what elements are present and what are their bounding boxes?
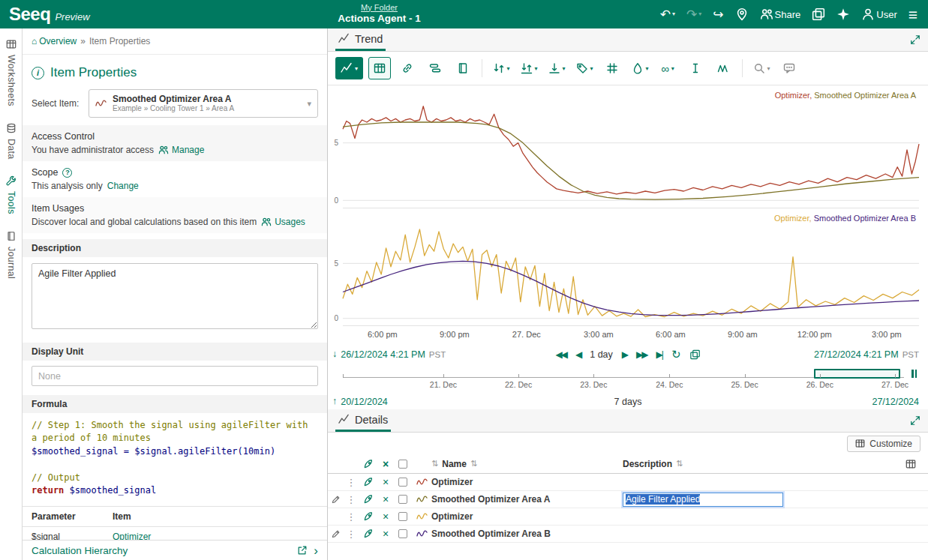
expand-details-button[interactable] bbox=[910, 415, 920, 426]
reorder-icon[interactable]: ⇅ bbox=[431, 459, 438, 469]
sort-icon[interactable]: ⇅ bbox=[676, 459, 683, 469]
main-menu-button[interactable]: ≡ bbox=[908, 7, 917, 22]
row-menu-button[interactable]: ⋮ bbox=[343, 529, 359, 540]
row-checkbox[interactable] bbox=[394, 478, 412, 487]
customize-button[interactable]: Customize bbox=[847, 436, 920, 452]
one-lane-button[interactable]: ▾ bbox=[490, 57, 512, 79]
item-name[interactable]: Optimizer bbox=[431, 511, 623, 522]
external-link-icon[interactable] bbox=[297, 545, 308, 556]
sidebar-item-worksheets[interactable]: Worksheets bbox=[6, 39, 17, 106]
capsule-time-button[interactable] bbox=[424, 57, 446, 79]
sidebar-item-journal[interactable]: Journal bbox=[6, 231, 17, 279]
description-textarea[interactable]: Agile Filter Applied bbox=[32, 263, 318, 329]
investigate-range-duration[interactable]: 7 days bbox=[614, 397, 642, 407]
range-start-arrow-icon[interactable]: ↓ bbox=[332, 349, 337, 359]
chain-view-button[interactable] bbox=[396, 57, 419, 79]
step-back-button[interactable]: ◀ bbox=[575, 349, 581, 360]
sort-icon[interactable]: ⇅ bbox=[470, 459, 477, 469]
legend-series-name[interactable]: Smoothed Optimizer Area B bbox=[814, 214, 916, 223]
timezone-label[interactable]: PST bbox=[902, 350, 919, 359]
select-all-checkbox[interactable] bbox=[394, 460, 412, 469]
one-axis-button[interactable]: ▾ bbox=[518, 57, 540, 79]
sidebar-item-tools[interactable]: Tools bbox=[6, 175, 17, 214]
details-row[interactable]: ⋮ × Optimizer bbox=[328, 508, 928, 526]
investigate-range-end[interactable]: 27/12/2024 bbox=[872, 397, 919, 407]
remove-all-button[interactable]: × bbox=[377, 458, 394, 470]
trend-chart-top[interactable]: 05 bbox=[343, 85, 919, 208]
row-checkbox[interactable] bbox=[394, 512, 412, 521]
investigate-range-start[interactable]: 20/12/2024 bbox=[341, 397, 388, 407]
description-column-header[interactable]: Description bbox=[623, 459, 672, 469]
row-actions-button[interactable] bbox=[359, 529, 377, 539]
compare-view-button[interactable] bbox=[452, 57, 474, 79]
labels-button[interactable]: ▾ bbox=[573, 57, 596, 79]
name-column-header[interactable]: Name bbox=[442, 459, 467, 469]
item-name[interactable]: Optimizer bbox=[431, 477, 623, 487]
sidebar-item-data[interactable]: Data bbox=[6, 123, 17, 160]
row-checkbox[interactable] bbox=[394, 495, 412, 504]
interpolation-button[interactable] bbox=[712, 57, 734, 79]
row-menu-button[interactable]: ⋮ bbox=[343, 477, 359, 488]
description-edit-input[interactable]: Agile Filter Applied bbox=[623, 493, 783, 507]
edit-description-button[interactable] bbox=[328, 495, 343, 505]
gridlines-button[interactable] bbox=[601, 57, 623, 79]
forward-button[interactable]: ↪ bbox=[713, 8, 723, 21]
row-menu-button[interactable]: ⋮ bbox=[343, 511, 359, 523]
remove-item-button[interactable]: × bbox=[377, 511, 394, 523]
step-back-fast-button[interactable]: ◀◀ bbox=[556, 349, 566, 360]
row-checkbox[interactable] bbox=[394, 529, 412, 538]
duplicate-range-button[interactable] bbox=[689, 349, 700, 360]
auto-update-button[interactable]: ↻ bbox=[671, 349, 681, 360]
row-menu-button[interactable]: ⋮ bbox=[343, 494, 359, 505]
row-actions-button[interactable] bbox=[359, 494, 377, 505]
send-all-button[interactable] bbox=[359, 459, 377, 469]
custom-layout-button[interactable]: ▾ bbox=[545, 57, 568, 79]
uncertainty-button[interactable]: ▾ bbox=[629, 57, 651, 79]
item-name[interactable]: Smoothed Optimizer Area A bbox=[431, 494, 623, 505]
details-row[interactable]: ⋮ × Optimizer bbox=[328, 474, 928, 491]
display-pane-button[interactable]: ▾ bbox=[335, 57, 363, 79]
change-scope-link[interactable]: Change bbox=[107, 181, 139, 191]
investigate-arrow-icon[interactable]: ↑ bbox=[332, 397, 337, 406]
timezone-label[interactable]: PST bbox=[429, 350, 446, 359]
expand-trend-button[interactable] bbox=[910, 34, 920, 45]
tab-trend[interactable]: Trend bbox=[335, 28, 386, 51]
worksheets-panel-button[interactable] bbox=[812, 7, 825, 21]
display-range-duration[interactable]: 1 day bbox=[590, 349, 613, 360]
step-forward-fast-button[interactable]: ▶▶ bbox=[636, 349, 647, 360]
my-folder-link[interactable]: My Folder bbox=[299, 3, 460, 13]
redo-button[interactable]: ↷▾ bbox=[686, 8, 701, 21]
display-range-end[interactable]: 27/12/2024 4:21 PM bbox=[814, 349, 899, 360]
row-actions-button[interactable] bbox=[359, 511, 377, 522]
legend-series-name[interactable]: Optimizer bbox=[775, 91, 809, 100]
cursor-button[interactable] bbox=[684, 57, 707, 79]
location-button[interactable] bbox=[735, 7, 749, 21]
breadcrumb-overview-link[interactable]: ⌂Overview bbox=[32, 36, 77, 46]
date-scrubber[interactable]: 21. Dec22. Dec23. Dec24. Dec25. Dec26. D… bbox=[343, 366, 904, 394]
trend-lane-top[interactable]: 05 Optimizer, Smoothed Optimizer Area A bbox=[343, 85, 919, 208]
details-row[interactable]: ⋮ × Smoothed Optimizer Area B bbox=[328, 526, 928, 543]
item-name[interactable]: Smoothed Optimizer Area B bbox=[431, 529, 623, 539]
remove-item-button[interactable]: × bbox=[377, 476, 394, 488]
edit-columns-button[interactable] bbox=[898, 459, 923, 469]
parameter-item-link[interactable]: Optimizer bbox=[113, 532, 151, 540]
legend-series-name[interactable]: Smoothed Optimizer Area A bbox=[814, 91, 916, 100]
scrubber-selection[interactable] bbox=[814, 369, 899, 379]
formula-code[interactable]: // Step 1: Smooth the signal using agile… bbox=[32, 419, 318, 497]
calculation-hierarchy-bar[interactable]: Calculation Hierarchy › bbox=[23, 540, 327, 560]
share-button[interactable]: Share bbox=[760, 7, 801, 21]
trend-chart-bottom[interactable]: 05 bbox=[343, 208, 919, 326]
details-row[interactable]: ⋮ × Smoothed Optimizer Area A Agile Filt… bbox=[328, 491, 928, 508]
annotate-button[interactable] bbox=[778, 57, 800, 79]
usages-link[interactable]: Usages bbox=[261, 217, 305, 227]
display-unit-input[interactable] bbox=[32, 366, 318, 386]
tab-details[interactable]: Details bbox=[335, 409, 391, 432]
scrubber-handle[interactable] bbox=[911, 370, 917, 378]
row-actions-button[interactable] bbox=[359, 477, 377, 487]
seeq-logo[interactable]: Seeq Preview bbox=[0, 4, 90, 25]
edit-description-button[interactable] bbox=[328, 529, 343, 539]
user-button[interactable]: User bbox=[861, 7, 896, 21]
ai-assistant-button[interactable] bbox=[836, 7, 850, 21]
chevron-right-icon[interactable]: › bbox=[314, 544, 318, 557]
legend-series-name[interactable]: Optimizer bbox=[774, 214, 809, 223]
